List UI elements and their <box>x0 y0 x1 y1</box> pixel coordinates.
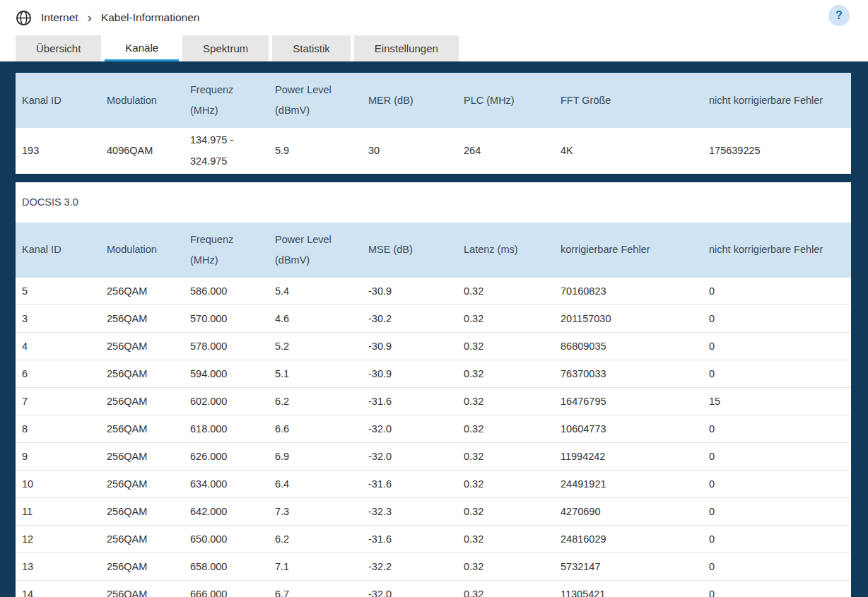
table-cell: 175639225 <box>703 128 851 174</box>
table-row: 13256QAM658.0007.1-32.20.3257321470 <box>16 553 851 581</box>
table-cell: -30.9 <box>362 333 457 360</box>
table-row: 7256QAM602.0006.2-31.60.321647679515 <box>16 388 851 415</box>
table-cell: -31.6 <box>362 526 457 552</box>
table-cell: 0.32 <box>457 526 554 552</box>
table-cell: 256QAM <box>100 360 184 387</box>
tab-spektrum[interactable]: Spektrum <box>182 35 269 61</box>
table-cell: 264 <box>457 128 554 174</box>
table-row: 1934096QAM134.975 - 324.9755.9302644K175… <box>16 128 851 174</box>
table-cell: 0.32 <box>457 360 554 387</box>
table-cell: 24816029 <box>554 526 703 552</box>
table-row: 8256QAM618.0006.6-32.00.32106047730 <box>16 415 851 443</box>
table-cell: 193 <box>16 128 100 174</box>
top-bar: Internet › Kabel-Informationen ? <box>0 0 868 35</box>
table-cell: 0 <box>703 553 851 580</box>
tab-statistik[interactable]: Statistik <box>272 35 351 61</box>
table-cell: 9 <box>16 443 100 470</box>
table-cell: 0.32 <box>457 388 554 415</box>
table-cell: -30.2 <box>362 305 457 332</box>
table-cell: -32.0 <box>362 443 457 470</box>
table-cell: 13 <box>16 553 100 580</box>
table-cell: 7.1 <box>269 553 362 580</box>
breadcrumb: Internet › Kabel-Informationen <box>16 10 199 26</box>
table-cell: -32.2 <box>362 553 457 580</box>
table-cell: 11305421 <box>554 581 703 597</box>
table-cell: 0 <box>703 278 851 305</box>
table-cell: 0.32 <box>457 581 554 597</box>
table-cell: 201157030 <box>554 305 703 332</box>
table-cell: -31.6 <box>362 388 457 415</box>
column-header: PLC (MHz) <box>457 73 554 128</box>
table-cell: 6.4 <box>269 471 362 497</box>
column-header: Kanal ID <box>16 223 100 278</box>
table-cell: -32.3 <box>362 498 457 525</box>
table-cell: 11994242 <box>554 443 703 470</box>
table-cell: 0.32 <box>457 498 554 525</box>
table-cell: 0.32 <box>457 278 554 305</box>
table-cell: 5.2 <box>269 333 362 360</box>
table-cell: 586.000 <box>184 278 269 305</box>
docsis31-table-header: Kanal IDModulationFrequenz (MHz)Power Le… <box>16 73 851 128</box>
table-cell: 14 <box>16 581 100 597</box>
table-cell: 256QAM <box>100 388 184 415</box>
table-cell: 4.6 <box>269 305 362 332</box>
table-cell: 0 <box>703 498 851 525</box>
docsis31-table: Kanal IDModulationFrequenz (MHz)Power Le… <box>16 73 851 174</box>
breadcrumb-item-internet[interactable]: Internet <box>41 11 78 24</box>
table-cell: 86809035 <box>554 333 703 360</box>
table-cell: 256QAM <box>100 581 184 597</box>
content-area: Kanal IDModulationFrequenz (MHz)Power Le… <box>0 61 868 597</box>
tab-uebersicht[interactable]: Übersicht <box>16 35 101 61</box>
table-row: 5256QAM586.0005.4-30.90.32701608230 <box>16 278 851 305</box>
table-cell: 650.000 <box>184 526 269 552</box>
table-cell: 256QAM <box>100 333 184 360</box>
table-cell: 0.32 <box>457 305 554 332</box>
table-cell: 626.000 <box>184 443 269 470</box>
table-cell: 0 <box>703 333 851 360</box>
table-cell: 618.000 <box>184 415 269 442</box>
table-cell: 256QAM <box>100 278 184 305</box>
table-cell: 256QAM <box>100 553 184 580</box>
table-cell: 666.000 <box>184 581 269 597</box>
table-cell: 4 <box>16 333 100 360</box>
table-cell: -32.0 <box>362 581 457 597</box>
table-cell: 256QAM <box>100 443 184 470</box>
table-row: 11256QAM642.0007.3-32.30.3242706900 <box>16 498 851 526</box>
help-button[interactable]: ? <box>828 5 850 26</box>
table-cell: 7 <box>16 388 100 415</box>
table-cell: 10604773 <box>554 415 703 442</box>
table-cell: 12 <box>16 526 100 552</box>
docsis30-title: DOCSIS 3.0 <box>16 182 851 223</box>
column-header: MER (dB) <box>362 73 457 128</box>
table-cell: 0 <box>703 443 851 470</box>
table-cell: 70160823 <box>554 278 703 305</box>
table-cell: 3 <box>16 305 100 332</box>
table-cell: 0.32 <box>457 415 554 442</box>
table-cell: 4270690 <box>554 498 703 525</box>
tab-kanaele[interactable]: Kanäle <box>105 35 179 61</box>
docsis31-table-body: 1934096QAM134.975 - 324.9755.9302644K175… <box>16 128 851 174</box>
table-cell: 256QAM <box>100 471 184 497</box>
tab-einstellungen[interactable]: Einstellungen <box>354 35 459 61</box>
table-cell: 5.4 <box>269 278 362 305</box>
table-cell: 15 <box>703 388 851 415</box>
table-cell: 0.32 <box>457 471 554 497</box>
table-cell: 76370033 <box>554 360 703 387</box>
table-cell: 594.000 <box>184 360 269 387</box>
table-cell: 16476795 <box>554 388 703 415</box>
table-cell: 10 <box>16 471 100 497</box>
table-cell: -31.6 <box>362 471 457 497</box>
table-row: 9256QAM626.0006.9-32.00.32119942420 <box>16 443 851 471</box>
table-cell: 24491921 <box>554 471 703 497</box>
table-cell: 0 <box>703 471 851 497</box>
tab-bar: Übersicht Kanäle Spektrum Statistik Eins… <box>0 35 868 61</box>
table-cell: -32.0 <box>362 415 457 442</box>
table-cell: -30.9 <box>362 360 457 387</box>
table-cell: 0.32 <box>457 553 554 580</box>
table-cell: 0 <box>703 415 851 442</box>
table-cell: 256QAM <box>100 415 184 442</box>
table-cell: 4K <box>554 128 703 174</box>
table-cell: 256QAM <box>100 526 184 552</box>
table-cell: 634.000 <box>184 471 269 497</box>
table-cell: 6.2 <box>269 526 362 552</box>
